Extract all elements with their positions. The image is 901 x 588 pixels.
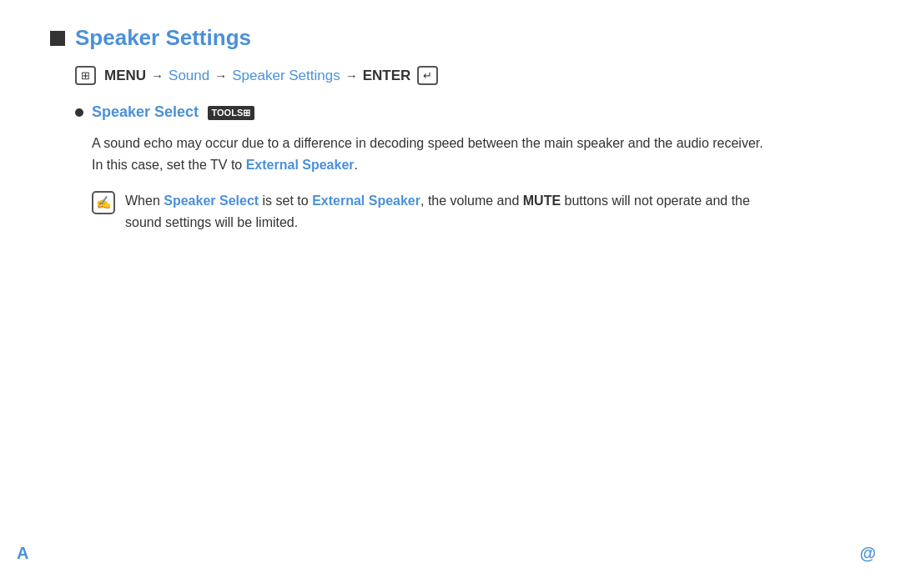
breadcrumb-sound-link: Sound xyxy=(169,68,209,84)
note-text-part3: , the volume and xyxy=(420,193,523,208)
speaker-select-heading: Speaker Select TOOLS⊞ xyxy=(92,103,254,121)
description-external-speaker-highlight: External Speaker xyxy=(246,158,355,172)
section-title: Speaker Settings xyxy=(75,25,251,51)
note-mute-bold: MUTE xyxy=(523,193,561,208)
breadcrumb-speaker-settings-link: Speaker Settings xyxy=(232,68,340,84)
note-text-part2: is set to xyxy=(259,193,312,208)
corner-at-label: @ xyxy=(859,544,876,563)
breadcrumb: ⊞ MENU → Sound → Speaker Settings → ENTE… xyxy=(75,66,851,85)
breadcrumb-arrow-1: → xyxy=(151,68,164,83)
note-speaker-select-highlight: Speaker Select xyxy=(164,193,259,208)
note-text: When Speaker Select is set to External S… xyxy=(125,190,776,234)
description-text: A sound echo may occur due to a differen… xyxy=(92,133,776,177)
bullet-dot-icon xyxy=(75,108,83,117)
breadcrumb-menu-label: MENU xyxy=(104,68,146,84)
note-external-speaker-highlight: External Speaker xyxy=(312,193,420,208)
menu-icon: ⊞ xyxy=(75,66,96,85)
section-header: Speaker Settings xyxy=(50,25,851,51)
breadcrumb-arrow-3: → xyxy=(345,68,358,83)
description-text-part2: . xyxy=(355,158,358,172)
note-row: ✍ When Speaker Select is set to External… xyxy=(92,190,776,234)
speaker-select-label: Speaker Select xyxy=(92,103,199,120)
corner-a-label: A xyxy=(17,544,28,563)
tools-badge: TOOLS⊞ xyxy=(208,106,255,120)
bullet-item: Speaker Select TOOLS⊞ xyxy=(75,103,851,121)
breadcrumb-arrow-2: → xyxy=(214,68,227,83)
note-icon: ✍ xyxy=(92,191,115,214)
description-text-part1: A sound echo may occur due to a differen… xyxy=(92,136,763,172)
note-text-part1: When xyxy=(125,193,164,208)
section-square-icon xyxy=(50,31,65,46)
enter-icon: ↵ xyxy=(417,66,438,85)
breadcrumb-enter-label: ENTER xyxy=(363,68,411,84)
content-section: Speaker Select TOOLS⊞ A sound echo may o… xyxy=(75,103,851,234)
